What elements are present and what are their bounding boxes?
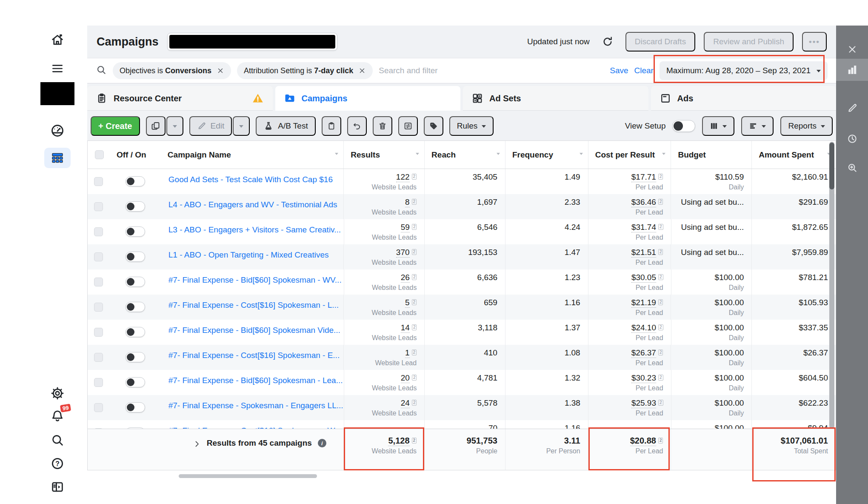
zoom-search-icon[interactable]: [836, 157, 868, 179]
chevron-right-icon[interactable]: [193, 440, 201, 448]
col-amount-spent[interactable]: Amount Spent: [751, 141, 836, 169]
chip-close-icon[interactable]: [217, 67, 224, 74]
campaign-name-link[interactable]: Good Ad Sets - Test Scale With Cost Cap …: [161, 172, 343, 184]
campaign-name-link[interactable]: #7- Final Expense - Cost[$16] Spokesman …: [161, 298, 343, 310]
table-row[interactable]: L4 - ABO - Engagers and WV - Testimonial…: [88, 194, 836, 219]
row-checkbox[interactable]: [94, 328, 103, 337]
campaign-off-on-toggle[interactable]: [126, 302, 145, 312]
duplicate-dropdown-button[interactable]: [166, 116, 183, 136]
campaign-name-link[interactable]: L4 - ABO - Engagers and WV - Testimonial…: [161, 198, 343, 209]
rules-dropdown[interactable]: Rules: [449, 116, 494, 136]
col-budget[interactable]: Budget: [671, 141, 751, 169]
paste-button[interactable]: [322, 116, 341, 136]
campaign-off-on-toggle[interactable]: [126, 226, 145, 237]
info-icon[interactable]: i: [318, 439, 326, 447]
tab-ads[interactable]: Ads: [651, 86, 837, 111]
col-frequency[interactable]: Frequency: [505, 141, 588, 169]
ab-test-button[interactable]: A/B Test: [256, 116, 315, 136]
breakdown-dropdown[interactable]: [741, 116, 774, 136]
settings-gear-icon[interactable]: [40, 383, 74, 404]
edit-button[interactable]: Edit: [189, 116, 232, 136]
row-checkbox[interactable]: [94, 252, 103, 261]
filter-chip-attribution[interactable]: Attribution Setting is 7-day click: [237, 62, 373, 79]
select-all-checkbox[interactable]: [95, 150, 104, 159]
horizontal-scrollbar[interactable]: [179, 474, 317, 478]
more-options-button[interactable]: •••: [802, 32, 827, 52]
campaign-off-on-toggle[interactable]: [126, 327, 145, 337]
view-setup-toggle[interactable]: [672, 120, 695, 132]
reports-dropdown[interactable]: Reports: [780, 116, 833, 136]
vertical-scrollbar[interactable]: [829, 142, 834, 429]
duplicate-button[interactable]: [146, 116, 166, 136]
date-range-selector[interactable]: Maximum: Aug 28, 2020 – Sep 23, 2021: [660, 61, 828, 80]
row-checkbox[interactable]: [94, 278, 103, 286]
refresh-icon[interactable]: [598, 32, 617, 51]
col-results[interactable]: Results: [343, 141, 424, 169]
close-icon[interactable]: [836, 38, 868, 60]
table-row[interactable]: #7- Final Expense - Cost[$16] Spokesman …: [88, 420, 836, 429]
clear-filter-link[interactable]: Clear: [634, 66, 654, 75]
columns-dropdown[interactable]: [702, 116, 734, 136]
campaign-name-link[interactable]: L1 - ABO - Open Targeting - Mixed Creati…: [161, 248, 343, 260]
collapse-panel-icon[interactable]: [40, 477, 74, 497]
edit-pencil-icon[interactable]: [836, 97, 868, 119]
account-selector-redacted[interactable]: [167, 33, 337, 51]
row-checkbox[interactable]: [94, 403, 103, 412]
table-row[interactable]: #7- Final Expense - Bid[$60] Spokesman -…: [88, 269, 836, 295]
campaign-off-on-toggle[interactable]: [126, 352, 145, 362]
col-cost-per-result[interactable]: Cost per Result: [588, 141, 671, 169]
export-import-button[interactable]: [398, 116, 418, 136]
discard-drafts-button[interactable]: Discard Drafts: [625, 32, 695, 52]
campaign-name-link[interactable]: #7- Final Expense - Spokesman - Engagers…: [161, 398, 344, 410]
col-reach[interactable]: Reach: [424, 141, 505, 169]
campaign-off-on-toggle[interactable]: [126, 377, 145, 387]
chip-close-icon[interactable]: [358, 67, 366, 74]
table-row[interactable]: L3 - ABO - Engagers + Visitors - Same Cr…: [88, 219, 836, 244]
edit-dropdown-button[interactable]: [233, 116, 250, 136]
table-row[interactable]: L1 - ABO - Open Targeting - Mixed Creati…: [88, 244, 836, 269]
performance-chart-icon[interactable]: [836, 59, 868, 81]
col-off-on[interactable]: Off / On: [110, 141, 161, 169]
history-clock-icon[interactable]: [836, 128, 868, 150]
notifications-bell-icon[interactable]: 99: [40, 407, 74, 427]
table-row[interactable]: Good Ad Sets - Test Scale With Cost Cap …: [88, 169, 836, 194]
campaigns-table-icon[interactable]: [44, 148, 71, 168]
campaign-name-link[interactable]: #7- Final Expense - Bid[$60] Spokesman -…: [161, 373, 344, 385]
search-icon[interactable]: [40, 430, 74, 450]
tab-resource-center[interactable]: Resource Center: [87, 86, 273, 111]
campaign-off-on-toggle[interactable]: [126, 277, 145, 287]
campaign-name-link[interactable]: #7- Final Expense - Cost[$16] Spokesman …: [161, 348, 343, 360]
campaign-off-on-toggle[interactable]: [126, 176, 145, 186]
campaign-name-link[interactable]: #7- Final Expense - Bid[$60] Spokesman V…: [161, 323, 344, 335]
search-filter-input[interactable]: [379, 66, 604, 75]
create-button[interactable]: + Create: [91, 116, 140, 136]
menu-icon[interactable]: [40, 58, 74, 79]
campaign-off-on-toggle[interactable]: [126, 201, 145, 212]
home-icon[interactable]: [40, 30, 74, 50]
campaign-off-on-toggle[interactable]: [126, 252, 145, 262]
table-row[interactable]: #7- Final Expense - Spokesman - Engagers…: [88, 395, 836, 420]
col-campaign-name[interactable]: Campaign Name: [161, 141, 343, 169]
table-row[interactable]: #7- Final Expense - Cost[$16] Spokesman …: [88, 345, 836, 370]
delete-button[interactable]: [373, 116, 392, 136]
tab-ad-sets[interactable]: Ad Sets: [463, 86, 648, 111]
filter-chip-objectives[interactable]: Objectives is Conversions: [113, 62, 231, 79]
row-checkbox[interactable]: [94, 303, 103, 312]
row-checkbox[interactable]: [94, 227, 103, 236]
save-filter-link[interactable]: Save: [610, 66, 628, 75]
ads-manager-gauge-icon[interactable]: [40, 120, 74, 141]
row-checkbox[interactable]: [94, 177, 103, 186]
tab-campaigns[interactable]: Campaigns: [275, 86, 461, 111]
row-checkbox[interactable]: [94, 202, 103, 211]
table-row[interactable]: #7- Final Expense - Bid[$60] Spokesman -…: [88, 370, 836, 395]
table-row[interactable]: #7- Final Expense - Cost[$16] Spokesman …: [88, 295, 836, 320]
campaign-off-on-toggle[interactable]: [126, 402, 145, 412]
table-row[interactable]: #7- Final Expense - Bid[$60] Spokesman V…: [88, 320, 836, 345]
tag-button[interactable]: [424, 116, 443, 136]
help-icon[interactable]: ?: [40, 453, 74, 474]
campaign-name-link[interactable]: #7- Final Expense - Bid[$60] Spokesman -…: [161, 273, 344, 285]
undo-button[interactable]: [347, 116, 367, 136]
campaign-name-link[interactable]: L3 - ABO - Engagers + Visitors - Same Cr…: [161, 223, 344, 235]
row-checkbox[interactable]: [94, 353, 103, 362]
review-publish-button[interactable]: Review and Publish: [704, 32, 794, 52]
